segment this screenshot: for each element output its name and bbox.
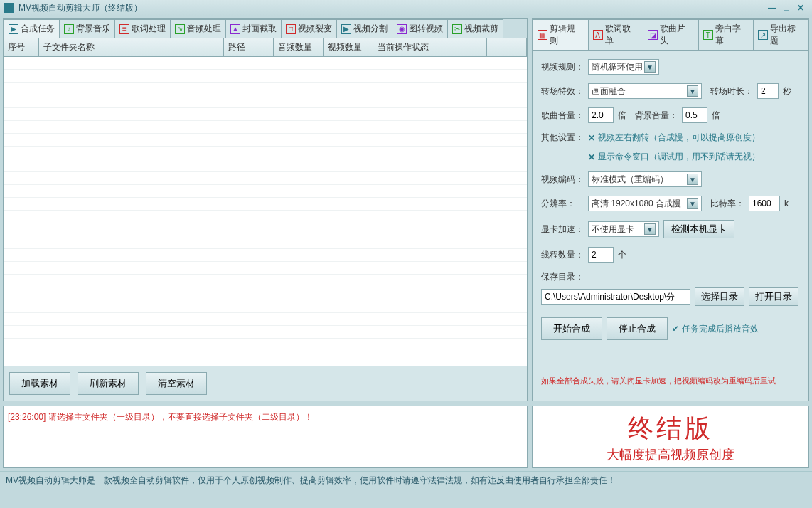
bitrate-label: 比特率： <box>710 198 744 210</box>
table-row[interactable] <box>4 198 527 211</box>
load-button[interactable]: 加载素材 <box>9 372 70 395</box>
column-header[interactable]: 视频数量 <box>324 38 373 56</box>
chevron-down-icon: ▼ <box>687 198 698 209</box>
tab-icon: ▲ <box>230 24 240 34</box>
left-tab-3[interactable]: ∿音频处理 <box>170 19 226 38</box>
gpu-select[interactable]: 不使用显卡▼ <box>588 221 659 237</box>
resolution-select[interactable]: 高清 1920x1080 合成慢▼ <box>588 196 702 211</box>
left-tab-5[interactable]: □视频裂变 <box>281 19 337 38</box>
footer-text: MV视频自动剪辑大师是一款视频全自动剪辑软件，仅用于个人原创视频制作、提高剪辑效… <box>6 475 616 485</box>
left-tab-1[interactable]: ♪背景音乐 <box>59 19 115 38</box>
column-header-spacer <box>487 38 527 56</box>
brand-big: 终结版 <box>628 411 713 446</box>
tab-icon: ▶ <box>341 24 351 34</box>
bitrate-input[interactable] <box>749 196 780 211</box>
transition-label: 转场特效： <box>541 85 584 97</box>
choose-dir-button[interactable]: 选择目录 <box>695 287 744 306</box>
refresh-button[interactable]: 刷新素材 <box>78 372 139 395</box>
left-tab-2[interactable]: ≡歌词处理 <box>114 19 171 38</box>
threads-label: 线程数量： <box>541 249 584 261</box>
right-tab-1[interactable]: A歌词歌单 <box>588 19 644 50</box>
brand-panel: 终结版 大幅度提高视频原创度 <box>532 406 809 468</box>
table-row[interactable] <box>4 57 527 70</box>
bg-volume-input[interactable] <box>682 107 707 123</box>
close-button[interactable]: ✕ <box>794 3 808 13</box>
left-tab-4[interactable]: ▲封面截取 <box>225 19 282 38</box>
app-icon <box>4 3 14 13</box>
table-row[interactable] <box>4 95 527 108</box>
column-header[interactable]: 子文件夹名称 <box>39 38 224 56</box>
table-row[interactable] <box>4 121 527 134</box>
check-icon: ✔ <box>672 324 679 334</box>
column-header[interactable]: 路径 <box>224 38 274 56</box>
table-row[interactable] <box>4 249 527 262</box>
table-row[interactable] <box>4 287 527 300</box>
clear-button[interactable]: 清空素材 <box>146 372 207 395</box>
log-panel: [23:26:00] 请选择主文件夹（一级目录），不要直接选择子文件夹（二级目录… <box>3 406 528 468</box>
table-row[interactable] <box>4 326 527 339</box>
table-row[interactable] <box>4 236 527 249</box>
table-row[interactable] <box>4 223 527 236</box>
transition-select[interactable]: 画面融合▼ <box>588 83 702 99</box>
tab-icon: ∿ <box>175 24 185 34</box>
table-row[interactable] <box>4 275 527 287</box>
table-row[interactable] <box>4 300 527 313</box>
flip-checkbox[interactable]: ✕视频左右翻转（合成慢，可以提高原创度） <box>588 132 760 144</box>
table-row[interactable] <box>4 83 527 95</box>
table-row[interactable] <box>4 313 527 326</box>
table-row[interactable] <box>4 185 527 198</box>
left-tab-7[interactable]: ◉图转视频 <box>392 19 448 38</box>
table-row[interactable] <box>4 134 527 147</box>
left-tab-6[interactable]: ▶视频分割 <box>336 19 392 38</box>
chevron-down-icon: ▼ <box>644 223 656 235</box>
table-row[interactable] <box>4 211 527 223</box>
other-label: 其他设置： <box>541 132 584 144</box>
right-tab-4[interactable]: ↗导出标题 <box>753 19 809 50</box>
table-row[interactable] <box>4 108 527 121</box>
left-tab-8[interactable]: ✂视频裁剪 <box>447 19 503 38</box>
right-tab-3[interactable]: T旁白字幕 <box>698 19 754 50</box>
left-tabs: ▶合成任务♪背景音乐≡歌词处理∿音频处理▲封面截取□视频裂变▶视频分割◉图转视频… <box>4 19 527 38</box>
table-body[interactable] <box>4 57 527 366</box>
table-row[interactable] <box>4 262 527 275</box>
minimize-button[interactable]: — <box>765 3 779 13</box>
x-icon: ✕ <box>588 152 595 162</box>
tab-icon: ◪ <box>648 30 658 40</box>
detect-gpu-button[interactable]: 检测本机显卡 <box>663 220 734 238</box>
chevron-down-icon: ▼ <box>687 85 698 97</box>
column-header[interactable]: 音频数量 <box>274 38 324 56</box>
maximize-button[interactable]: □ <box>779 3 794 13</box>
start-button[interactable]: 开始合成 <box>541 317 602 340</box>
right-tab-0[interactable]: ▦剪辑规则 <box>533 19 589 50</box>
table-row[interactable] <box>4 147 527 159</box>
open-dir-button[interactable]: 打开目录 <box>749 287 798 306</box>
outdir-input[interactable] <box>541 289 690 305</box>
left-tab-0[interactable]: ▶合成任务 <box>4 19 60 38</box>
tab-icon: A <box>593 30 603 40</box>
tab-icon: ◉ <box>397 24 407 34</box>
column-header[interactable]: 序号 <box>4 38 39 56</box>
table-header: 序号子文件夹名称路径音频数量视频数量当前操作状态 <box>4 38 527 57</box>
table-row[interactable] <box>4 70 527 83</box>
finish-sound-checkbox[interactable]: ✔任务完成后播放音效 <box>672 323 759 335</box>
log-message: [23:26:00] 请选择主文件夹（一级目录），不要直接选择子文件夹（二级目录… <box>8 412 313 422</box>
footer: MV视频自动剪辑大师是一款视频全自动剪辑软件，仅用于个人原创视频制作、提高剪辑效… <box>0 471 812 490</box>
table-row[interactable] <box>4 172 527 185</box>
window-title: MV视频自动剪辑大师（终结版） <box>18 2 142 14</box>
cmd-checkbox[interactable]: ✕显示命令窗口（调试用，用不到话请无视） <box>588 151 760 163</box>
left-panel: ▶合成任务♪背景音乐≡歌词处理∿音频处理▲封面截取□视频裂变▶视频分割◉图转视频… <box>3 18 528 401</box>
song-volume-input[interactable] <box>588 107 614 123</box>
encode-label: 视频编码： <box>541 174 584 186</box>
column-header[interactable]: 当前操作状态 <box>373 38 487 56</box>
bg-volume-label: 背景音量： <box>635 110 678 122</box>
video-rule-select[interactable]: 随机循环使用▼ <box>588 59 659 75</box>
transition-dur-label: 转场时长： <box>710 85 753 97</box>
threads-input[interactable] <box>588 247 614 263</box>
transition-dur-input[interactable] <box>757 83 779 99</box>
tab-icon: T <box>703 30 713 40</box>
encode-select[interactable]: 标准模式（重编码）▼ <box>588 171 702 187</box>
transition-dur-unit: 秒 <box>783 85 791 97</box>
right-tab-2[interactable]: ◪歌曲片头 <box>643 19 699 50</box>
stop-button[interactable]: 停止合成 <box>607 317 668 340</box>
table-row[interactable] <box>4 159 527 172</box>
